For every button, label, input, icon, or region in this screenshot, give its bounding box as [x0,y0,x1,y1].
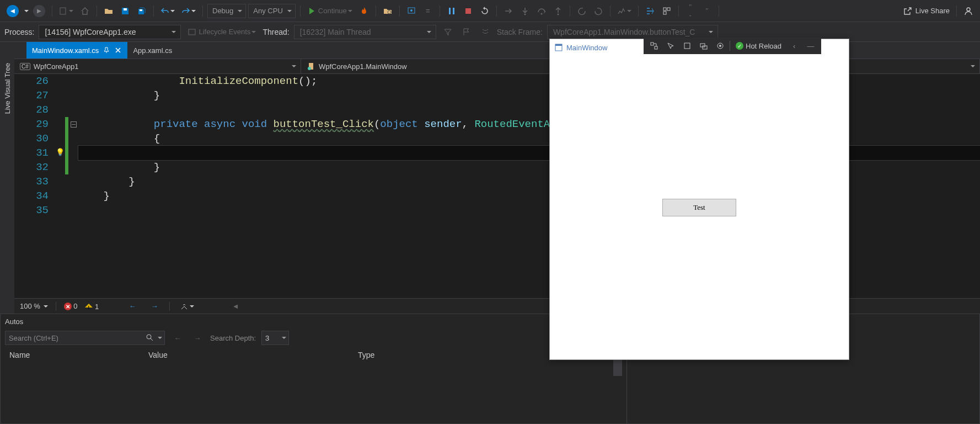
autos-col-value[interactable]: Value [148,351,358,376]
class-view-button[interactable] [660,4,674,18]
home-button[interactable] [78,4,92,18]
ui-debug-button[interactable] [404,4,419,18]
lifecycle-events-label: Lifecycle Events [199,28,250,36]
tab-app-xaml-cs[interactable]: App.xaml.cs [127,42,178,59]
step-forward-button[interactable] [591,4,606,18]
thread-filter-button[interactable] [441,25,455,39]
minimize-runtime-button[interactable]: — [804,39,818,53]
lifecycle-events-button[interactable]: Lifecycle Events [185,25,258,39]
nav-back-button[interactable]: ◄ [4,4,21,18]
redo-button[interactable] [179,4,198,18]
open-button[interactable] [101,4,116,18]
nav-forward-button[interactable]: ► [31,4,47,18]
warning-count[interactable]: 1 [85,301,99,311]
project-dropdown[interactable]: C# WpfCoreApp1 [14,59,301,73]
svg-rect-16 [189,29,195,35]
error-count[interactable]: ✕ 0 [64,302,78,311]
new-item-button[interactable] [57,4,76,18]
fold-icon[interactable] [71,121,77,128]
go-to-live-visual-tree-button[interactable] [647,39,661,53]
account-button[interactable] [961,4,976,18]
search-prev-button[interactable]: ← [170,331,185,345]
svg-rect-27 [555,44,562,46]
thread-flag-button[interactable] [459,25,474,39]
test-button[interactable]: Test [662,199,736,216]
show-next-statement-button[interactable] [501,4,516,18]
select-element-button[interactable] [663,39,678,53]
track-focused-element-button[interactable] [697,39,711,53]
uncomment-button[interactable]: " [700,4,714,18]
zoom-dropdown[interactable]: 100 % [20,302,48,310]
step-out-button[interactable] [551,4,565,18]
svg-rect-1 [124,8,127,10]
line-number: 27 [14,88,55,103]
stackframe-dropdown[interactable]: WpfCoreApp1.MainWindow.buttonTest_C [547,25,718,39]
process-dropdown[interactable]: [14156] WpfCoreApp1.exe [39,25,181,39]
continue-label: Continue [318,7,347,15]
class-icon [307,62,315,71]
toggle-runtime-tools-button[interactable] [713,39,727,53]
prev-issue-button[interactable]: ← [125,299,140,314]
app-icon [554,43,563,52]
process-label: Process: [4,28,34,36]
cs-badge: C# [20,63,30,70]
step-backward-button[interactable] [575,4,589,18]
restart-button[interactable] [478,4,492,18]
thread-value: [16232] Main Thread [300,28,371,36]
save-all-button[interactable] [135,4,149,18]
line-number: 26 [14,74,55,88]
search-icon [146,333,154,342]
intellitrace-button[interactable] [615,4,634,18]
svg-rect-8 [465,8,471,14]
autos-col-name[interactable]: Name [5,351,148,376]
thread-threads-button[interactable] [478,25,492,39]
solution-platform-dropdown[interactable]: Any CPU [248,4,295,18]
line-number: 32 [14,160,55,174]
live-share-button[interactable]: Live Share [901,4,952,18]
step-over-button[interactable] [534,4,549,18]
break-all-button[interactable] [445,4,459,18]
app-window-title: MainWindow [566,44,607,52]
close-icon[interactable] [114,46,122,54]
hot-reload-button[interactable] [357,4,371,18]
svg-rect-0 [60,8,66,14]
code-text: InitializeComponent [179,75,298,87]
step-into-specific-button[interactable] [643,4,657,18]
solution-platform-label: Any CPU [253,7,282,15]
pin-icon[interactable] [103,47,110,54]
svg-point-17 [308,67,311,70]
svg-rect-7 [453,8,454,14]
svg-point-15 [967,8,970,11]
find-in-files-button[interactable] [381,4,395,18]
error-icon: ✕ [64,303,72,310]
continue-button[interactable]: Continue [305,4,355,18]
display-layout-adorners-button[interactable] [680,39,694,53]
search-next-button[interactable]: → [190,331,205,345]
nav-back-dropdown-icon[interactable] [24,10,29,14]
text-format-button[interactable]: = [421,4,435,18]
search-depth-dropdown[interactable]: 3 [261,331,289,345]
thread-dropdown[interactable]: [16232] Main Thread [294,25,436,39]
svg-rect-12 [663,8,666,10]
save-button[interactable] [118,4,132,18]
line-number: 31 [14,146,55,160]
hot-reload-status[interactable]: ✓ Hot Reload [732,42,785,50]
running-app-window: MainWindow Test [549,39,849,360]
scroll-left-button[interactable]: ◄ [228,299,243,314]
tab-mainwindow-xaml-cs[interactable]: MainWindow.xaml.cs [26,42,127,59]
undo-button[interactable] [158,4,177,18]
autos-search-input[interactable]: Search (Ctrl+E) [5,331,165,345]
tab-app-label: App.xaml.cs [133,46,172,55]
comment-button[interactable]: "- [683,4,698,18]
stop-debug-button[interactable] [461,4,475,18]
line-number: 34 [14,189,55,203]
svg-rect-13 [667,8,670,10]
next-issue-button[interactable]: → [147,299,162,314]
lightbulb-icon[interactable]: 💡 [56,146,65,160]
step-into-button[interactable] [518,4,532,18]
hot-reload-ok-icon: ✓ [736,42,743,50]
collapse-toolbar-button[interactable]: ‹ [787,39,801,53]
solution-config-dropdown[interactable]: Debug [207,4,246,18]
live-visual-tree-tab[interactable]: Live Visual Tree [1,59,14,118]
code-cleanup-button[interactable] [178,299,196,314]
